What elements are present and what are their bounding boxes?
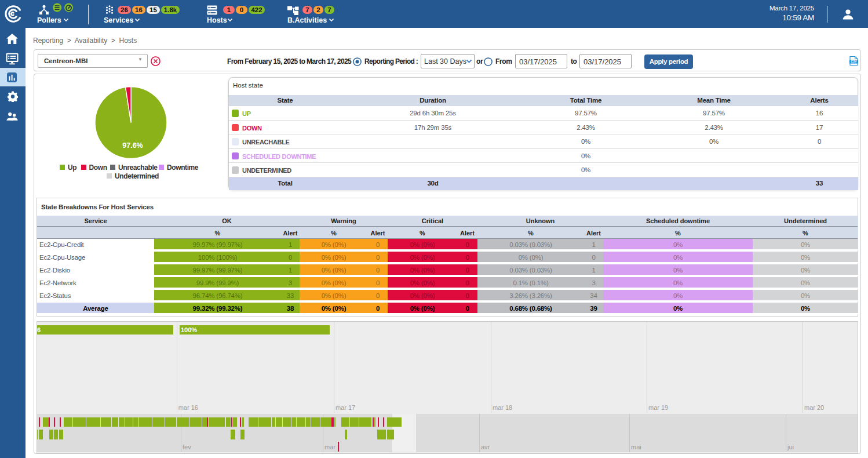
- svg-text:97.6%: 97.6%: [122, 141, 143, 150]
- svg-text:CSV: CSV: [851, 60, 857, 63]
